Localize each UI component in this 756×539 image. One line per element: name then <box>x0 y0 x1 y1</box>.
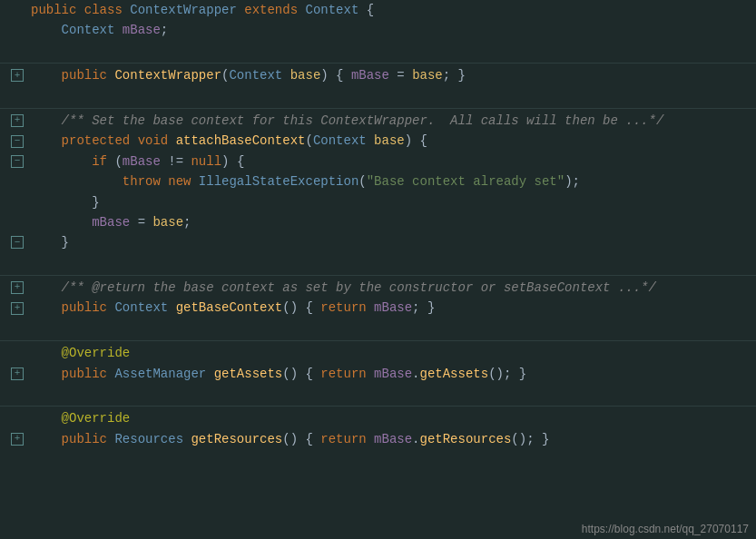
code-line-17: @Override <box>0 343 756 363</box>
code-line-19 <box>0 384 756 404</box>
code-text-3 <box>27 41 756 61</box>
code-line-9: throw new IllegalStateException("Base co… <box>0 172 756 191</box>
code-line-4: + public ContextWrapper(Context base) { … <box>0 65 756 85</box>
code-text-9: throw new IllegalStateException("Base co… <box>27 172 756 191</box>
collapse-icon-18[interactable]: + <box>11 368 24 380</box>
code-text-17: @Override <box>27 343 756 363</box>
code-text-11: mBase = base; <box>27 212 756 232</box>
gutter-8[interactable]: − <box>7 155 27 168</box>
collapse-icon-4[interactable]: + <box>11 69 24 82</box>
code-line-5 <box>0 86 756 106</box>
gutter-18[interactable]: + <box>7 368 27 380</box>
code-line-15: + public Context getBaseContext() { retu… <box>0 298 756 318</box>
code-line-16 <box>0 318 756 338</box>
expand-icon-8[interactable]: − <box>11 155 24 168</box>
code-text-1: public class ContextWrapper extends Cont… <box>27 0 756 20</box>
watermark: https://blog.csdn.net/qq_27070117 <box>582 523 749 535</box>
separator-4 <box>0 340 756 341</box>
gutter-7[interactable]: − <box>7 135 27 148</box>
code-text-18: public AssetManager getAssets() { return… <box>27 364 756 384</box>
code-text-13 <box>27 253 756 273</box>
code-text-6: /** Set the base context for this Contex… <box>27 111 756 131</box>
gutter-15[interactable]: + <box>7 302 27 315</box>
code-text-16 <box>27 318 756 338</box>
separator-3 <box>0 275 756 276</box>
code-line-14: + /** @return the base context as set by… <box>0 278 756 298</box>
separator-5 <box>0 406 756 407</box>
code-text-5 <box>27 86 756 106</box>
expand-icon-7[interactable]: − <box>11 135 24 148</box>
code-text-7: protected void attachBaseContext(Context… <box>27 131 756 151</box>
separator-1 <box>0 63 756 64</box>
code-line-13 <box>0 253 756 273</box>
code-text-2: Context mBase; <box>27 20 756 40</box>
gutter-4[interactable]: + <box>7 69 27 82</box>
collapse-icon-21[interactable]: + <box>11 433 24 446</box>
code-line-6: + /** Set the base context for this Cont… <box>0 111 756 131</box>
code-text-21: public Resources getResources() { return… <box>27 429 756 449</box>
code-text-15: public Context getBaseContext() { return… <box>27 298 756 318</box>
code-line-18: + public AssetManager getAssets() { retu… <box>0 364 756 384</box>
expand-icon-12[interactable]: − <box>11 236 24 249</box>
code-line-1: public class ContextWrapper extends Cont… <box>0 0 756 20</box>
gutter-12[interactable]: − <box>7 236 27 249</box>
gutter-6[interactable]: + <box>7 114 27 127</box>
gutter-21[interactable]: + <box>7 433 27 446</box>
code-line-20: @Override <box>0 408 756 428</box>
code-text-20: @Override <box>27 408 756 428</box>
code-line-10: } <box>0 192 756 212</box>
code-editor: public class ContextWrapper extends Cont… <box>0 0 756 539</box>
code-line-7: − protected void attachBaseContext(Conte… <box>0 131 756 151</box>
code-text-10: } <box>27 192 756 212</box>
gutter-14[interactable]: + <box>7 281 27 294</box>
separator-2 <box>0 108 756 109</box>
code-line-3 <box>0 41 756 61</box>
code-text-12: } <box>27 232 756 252</box>
collapse-icon-14[interactable]: + <box>11 281 24 294</box>
collapse-icon-15[interactable]: + <box>11 302 24 315</box>
collapse-icon-6[interactable]: + <box>11 114 24 127</box>
code-line-8: − if (mBase != null) { <box>0 152 756 172</box>
code-line-11: mBase = base; <box>0 212 756 232</box>
code-line-12: − } <box>0 232 756 252</box>
code-text-8: if (mBase != null) { <box>27 152 756 172</box>
code-text-4: public ContextWrapper(Context base) { mB… <box>27 65 756 85</box>
code-line-21: + public Resources getResources() { retu… <box>0 429 756 449</box>
code-line-2: Context mBase; <box>0 20 756 40</box>
code-text-14: /** @return the base context as set by t… <box>27 278 756 298</box>
code-text-19 <box>27 384 756 404</box>
